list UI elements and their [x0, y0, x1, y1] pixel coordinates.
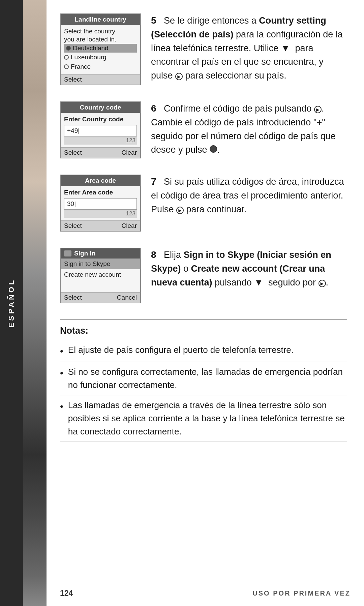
- sign-in-item-1[interactable]: Create new account: [61, 269, 140, 280]
- area-code-input[interactable]: 30|: [64, 198, 137, 210]
- step-8-desc: 8 Elija Sign in to Skype (Iniciar sesión…: [151, 248, 347, 289]
- landline-body-line2: you are located in.: [64, 36, 137, 43]
- step-7-desc: 7 Si su país utiliza códigos de área, in…: [151, 175, 347, 216]
- radio-icon-0: [66, 46, 71, 51]
- step-6-ui: Country code Enter Country code +49| 123…: [60, 101, 141, 158]
- bullet-2: •: [60, 399, 63, 414]
- country-code-footer-clear[interactable]: Clear: [122, 149, 137, 156]
- step-7-row: Area code Enter Area code 30| 123 Select…: [60, 175, 347, 232]
- landline-country-box: Landline country Select the country you …: [60, 13, 141, 85]
- area-code-footer-select[interactable]: Select: [64, 222, 82, 230]
- landline-country-body: Select the country you are located in. D…: [61, 25, 140, 74]
- step-6-number: 6: [151, 103, 156, 114]
- step-5-ui: Landline country Select the country you …: [60, 13, 141, 85]
- step-8-ui: Sign in Sign in to Skype Create new acco…: [60, 248, 141, 303]
- sidebar-label: ESPAÑOL: [7, 278, 16, 328]
- note-item-2: • Las llamadas de emergencia a través de…: [60, 395, 347, 442]
- photo-strip: [23, 0, 47, 606]
- country-item-0: Deutschland: [64, 44, 137, 53]
- note-item-1: • Si no se configura correctamente, las …: [60, 362, 347, 395]
- country-code-header: Country code: [61, 102, 140, 113]
- country-label-2: France: [71, 63, 91, 70]
- sign-in-spacer: [61, 280, 140, 292]
- country-code-hint: 123: [64, 137, 137, 145]
- page-number: 124: [60, 589, 73, 598]
- step-6-desc: 6 Confirme el código de país pulsando ►.…: [151, 101, 347, 157]
- notes-section: Notas: • El ajuste de país configura el …: [60, 320, 347, 442]
- radio-icon-2: [64, 64, 69, 69]
- notes-list: • El ajuste de país configura el puerto …: [60, 340, 347, 442]
- sidebar: ESPAÑOL: [0, 0, 23, 606]
- area-code-footer-clear[interactable]: Clear: [122, 222, 137, 230]
- country-item-2: France: [64, 62, 137, 71]
- area-code-subtitle: Enter Area code: [64, 189, 137, 196]
- footer-section-label: USO POR PRIMERA VEZ: [252, 589, 351, 597]
- sign-in-box: Sign in Sign in to Skype Create new acco…: [60, 248, 141, 303]
- step-5-number: 5: [151, 15, 156, 26]
- landline-country-header: Landline country: [61, 14, 140, 25]
- country-code-input[interactable]: +49|: [64, 125, 137, 137]
- sign-in-footer: Select Cancel: [61, 292, 140, 303]
- landline-footer: Select: [61, 74, 140, 85]
- step-5-desc: 5 Se le dirige entonces a Country settin…: [151, 13, 347, 82]
- sign-in-label-0: Sign in to Skype: [64, 260, 110, 267]
- sign-in-footer-select[interactable]: Select: [64, 294, 82, 301]
- landline-footer-select[interactable]: Select: [64, 76, 82, 83]
- country-label-0: Deutschland: [73, 44, 109, 52]
- area-code-box: Area code Enter Area code 30| 123 Select…: [60, 175, 141, 232]
- sign-in-header: Sign in: [61, 248, 140, 259]
- step-7-number: 7: [151, 176, 156, 187]
- sign-in-title: Sign in: [74, 250, 95, 257]
- country-item-1: Luxembourg: [64, 53, 137, 62]
- landline-body-line1: Select the country: [64, 28, 137, 35]
- step-6-text: Confirme el código de país pulsando ►. C…: [151, 103, 336, 155]
- page-footer: 124 USO POR PRIMERA VEZ: [47, 586, 364, 598]
- area-code-header: Area code: [61, 175, 140, 186]
- step-5-text: Se le dirige entonces a Country setting …: [151, 16, 343, 81]
- area-code-body: Enter Area code 30| 123: [61, 186, 140, 220]
- country-code-body: Enter Country code +49| 123: [61, 113, 140, 147]
- country-code-subtitle: Enter Country code: [64, 116, 137, 123]
- note-text-2: Las llamadas de emergencia a través de l…: [68, 399, 347, 438]
- step-7-ui: Area code Enter Area code 30| 123 Select…: [60, 175, 141, 232]
- step-8-text: Elija Sign in to Skype (Iniciar sesión e…: [151, 250, 331, 287]
- country-code-footer-select[interactable]: Select: [64, 149, 82, 156]
- country-code-footer: Select Clear: [61, 147, 140, 158]
- main-content: Landline country Select the country you …: [47, 0, 364, 606]
- country-label-1: Luxembourg: [71, 54, 107, 61]
- step-8-row: Sign in Sign in to Skype Create new acco…: [60, 248, 347, 303]
- step-6-row: Country code Enter Country code +49| 123…: [60, 101, 347, 158]
- step-8-number: 8: [151, 249, 156, 260]
- step-7-text: Si su país utiliza códigos de área, intr…: [151, 177, 344, 214]
- area-code-hint: 123: [64, 210, 137, 218]
- bullet-0: •: [60, 344, 63, 358]
- country-code-box: Country code Enter Country code +49| 123…: [60, 101, 141, 158]
- note-text-1: Si no se configura correctamente, las ll…: [68, 365, 347, 392]
- sign-in-footer-cancel[interactable]: Cancel: [117, 294, 137, 301]
- sign-in-item-0[interactable]: Sign in to Skype: [61, 259, 140, 269]
- area-code-footer: Select Clear: [61, 220, 140, 231]
- note-item-0: • El ajuste de país configura el puerto …: [60, 340, 347, 362]
- step-5-row: Landline country Select the country you …: [60, 13, 347, 85]
- radio-icon-1: [64, 55, 69, 60]
- bullet-1: •: [60, 366, 63, 380]
- phone-icon: [64, 250, 71, 256]
- note-text-0: El ajuste de país configura el puerto de…: [68, 343, 294, 357]
- notes-title: Notas:: [60, 326, 347, 336]
- sign-in-label-1: Create new account: [64, 271, 121, 278]
